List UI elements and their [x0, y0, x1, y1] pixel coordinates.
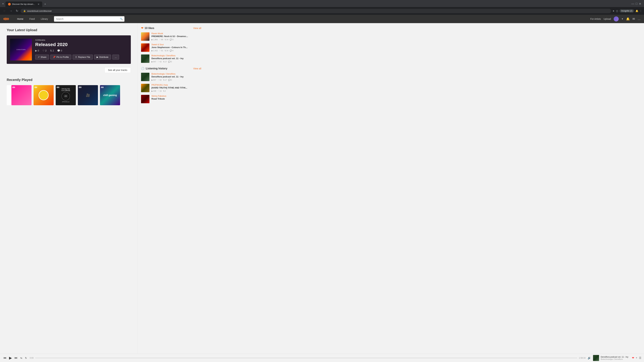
repost-stat: ⇅ 17	[163, 61, 167, 63]
sidebar-item-info: Biotechnologia / Densiflora Densiflora p…	[152, 73, 201, 81]
player-bar: ⏮ ▶ ⏭ ⇆ ↻ 0:00 1:58:34 🔊 Densiflora podc…	[0, 354, 644, 362]
address-bar: ← → ↻ 🔒 soundcloud.com/discover ★ ◫ Inco…	[0, 7, 644, 15]
split-screen-icon[interactable]: ◫	[616, 9, 618, 12]
repeat-button[interactable]: ↻	[24, 356, 28, 360]
more-menu-icon[interactable]: ⋮	[640, 9, 642, 12]
list-item[interactable]: 🎥	[78, 85, 98, 105]
see-all-tracks-button[interactable]: See all your tracks	[104, 67, 131, 73]
volume-icon[interactable]: 🔊	[588, 356, 591, 360]
list-item: PRZFM109.2 Asia [HARD TRUTH] TITHE AND T…	[141, 84, 201, 92]
play-count: ▶ 0	[35, 49, 39, 52]
more-options-icon[interactable]: …	[638, 17, 641, 21]
skip-back-button[interactable]: ⏮	[3, 356, 7, 360]
sidebar-artist[interactable]: Skinny Fabulous	[152, 95, 201, 97]
tab-list-chevron[interactable]: ▼	[2, 3, 4, 5]
svg-rect-37	[80, 87, 81, 88]
heart-icon-sm: ♡	[159, 50, 161, 52]
incognito-badge[interactable]: Incognito (2)	[620, 9, 634, 12]
upload-stats: ▶ 0 ♡ 2 ⇅ 2 💬	[35, 49, 128, 52]
sidebar-artist[interactable]: Sweet & Sour	[152, 43, 201, 46]
sidebar-track[interactable]: PREMIERE: Nosh & SJ - Dreamsc...	[152, 35, 201, 38]
like-count-value: 2	[45, 49, 46, 52]
sidebar-track[interactable]: Densiflora podcast vol. 11 - Iny	[152, 57, 201, 60]
replace-file-button[interactable]: ↥ Replace File	[72, 55, 92, 59]
pin-to-profile-button[interactable]: 📌 Pin to Profile	[50, 55, 72, 59]
url-bar[interactable]: 🔒 soundcloud.com/discover	[21, 9, 611, 13]
repost-count-value: 2	[53, 49, 54, 52]
avatar-chevron[interactable]: ▼	[621, 18, 623, 20]
sidebar-artist[interactable]: Biotechnologia / Densiflora	[152, 73, 201, 75]
sidebar-track[interactable]: Road Tribute	[152, 97, 201, 100]
new-tab-button[interactable]: +	[43, 1, 48, 7]
user-avatar[interactable]	[614, 16, 619, 21]
sidebar-stats: ▶ 647 ♡ 42 ⇅ 17 💬 3	[152, 61, 201, 63]
play-pause-button[interactable]: ▶	[8, 355, 12, 361]
distribute-button[interactable]: ▶ Distribute	[94, 55, 111, 59]
sidebar-track[interactable]: [HARD TRUTH] TITHE AND TITHI...	[152, 86, 201, 89]
svg-rect-3	[6, 17, 6, 20]
sidebar-item-info: Raven Musik PREMIERE: Nosh & SJ - Dreams…	[152, 32, 201, 41]
comment-icon-sm: 💬	[168, 79, 170, 81]
reload-button[interactable]: ↻	[15, 8, 19, 13]
player-add-button[interactable]: +	[636, 356, 637, 360]
messages-icon[interactable]: ✉	[632, 17, 635, 21]
history-view-all[interactable]: View all	[193, 67, 201, 70]
shuffle-button[interactable]: ⇆	[20, 356, 23, 360]
card-thumbnail-dark: DeeJay-GijsCox (Official) 2PR 2PROMILLE	[56, 85, 76, 105]
player-track-artist: Biotechnologia / Densiflora	[601, 358, 630, 360]
play-stat: ▶ 1,432	[152, 50, 158, 52]
notifications-icon[interactable]: 🔔	[636, 9, 638, 12]
back-button[interactable]: ←	[2, 8, 7, 13]
list-item[interactable]: DeeJay-GijsCox (Official) 2PR 2PROMILLE	[56, 85, 76, 105]
nav-links: Home Feed Library	[14, 16, 51, 22]
search-input[interactable]	[54, 16, 124, 22]
like-stat: ♡ 42	[158, 79, 162, 81]
sidebar-item-info: Biotechnologia / Densiflora Densiflora p…	[152, 54, 201, 63]
svg-rect-12	[14, 87, 14, 88]
comment-stat: 💬 3	[170, 38, 174, 41]
soundcloud-logo[interactable]	[3, 17, 10, 21]
for-artists-link[interactable]: For Artists	[590, 17, 601, 20]
skip-forward-button[interactable]: ⏭	[14, 356, 18, 360]
forward-button[interactable]: →	[8, 8, 14, 13]
player-queue-button[interactable]: ☰	[639, 356, 641, 360]
upload-button[interactable]: Upload	[604, 17, 611, 20]
likes-view-all[interactable]: View all	[193, 27, 201, 29]
active-tab[interactable]: Discover the top streamed mus... ✕	[5, 1, 42, 7]
list-item[interactable]	[12, 85, 32, 105]
list-item[interactable]	[34, 85, 54, 105]
nav-feed[interactable]: Feed	[27, 16, 38, 22]
svg-rect-1	[4, 18, 4, 20]
sidebar-stats: ▶ 1,432 ♡ 91 ⇅ 34 💬 4	[152, 50, 201, 52]
bookmark-icon[interactable]: ★	[612, 9, 615, 12]
more-actions-button[interactable]: ...	[112, 55, 119, 59]
play-count-value: 0	[38, 49, 39, 52]
maximize-button[interactable]: □	[636, 2, 638, 6]
recently-played-card-image: 🎥	[78, 85, 98, 105]
progress-bar[interactable]	[35, 358, 577, 358]
sidebar-track[interactable]: Jono Stephenson - Colours In Th...	[152, 46, 201, 49]
player-track-text: Densiflora podcast vol. 11 - Iny Biotech…	[601, 356, 630, 360]
play-stat: ▶ 1,866	[152, 38, 158, 41]
sidebar-artist[interactable]: Raven Musik	[152, 32, 201, 35]
sidebar: ❤ 10 likes View all Raven Musik PREMIERE…	[138, 23, 204, 362]
nav-home[interactable]: Home	[14, 16, 26, 22]
repost-icon-sm: ⇅	[164, 50, 166, 52]
svg-rect-29	[58, 87, 58, 88]
player-like-button[interactable]: ❤	[632, 356, 634, 360]
sidebar-artist[interactable]: PRZFM109.2 Asia	[152, 84, 201, 86]
comment-stat: 💬 3	[168, 61, 172, 63]
close-button[interactable]: ✕	[639, 2, 641, 6]
list-item[interactable]: chill gaming	[100, 85, 120, 105]
notifications-bell-icon[interactable]: 🔔	[626, 17, 630, 21]
carousel-prev-button[interactable]: ‹	[7, 85, 12, 105]
chill-gaming-label: chill gaming	[103, 94, 117, 97]
close-tab-button[interactable]: ✕	[38, 3, 40, 5]
sidebar-thumbnail	[141, 95, 150, 103]
share-button[interactable]: ↗ Share	[35, 55, 49, 59]
nav-library[interactable]: Library	[38, 16, 51, 22]
sidebar-track[interactable]: Densiflora podcast vol. 11 - Iny	[152, 75, 201, 78]
latest-upload-title: Your Latest Upload	[7, 28, 131, 32]
minimize-button[interactable]: —	[631, 2, 634, 6]
sidebar-artist[interactable]: Biotechnologia / Densiflora	[152, 54, 201, 57]
